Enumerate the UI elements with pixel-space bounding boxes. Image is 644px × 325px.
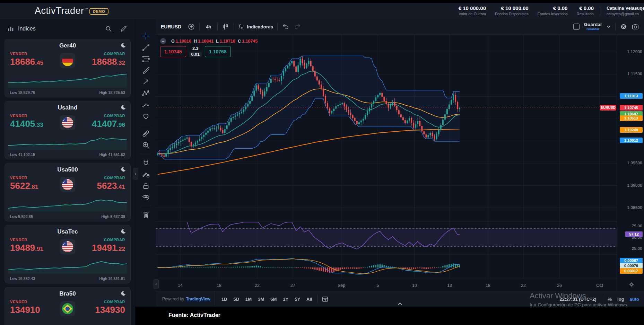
trash-icon[interactable] — [141, 210, 150, 219]
ruler-icon[interactable] — [141, 129, 150, 138]
sell-button[interactable]: 1.10745 — [160, 46, 186, 57]
sell-quote[interactable]: VENDER 41405.33 — [10, 114, 62, 129]
toolbar-divider — [199, 23, 200, 30]
buy-label: COMPRAR — [73, 238, 125, 242]
sparkline — [8, 318, 128, 325]
tradingview-link[interactable]: TradingView — [186, 297, 210, 301]
price-scale[interactable]: 1.120001.115001.095001.090001.0850075.00… — [617, 35, 644, 291]
xabcd-pattern-icon[interactable] — [141, 89, 150, 98]
undo-icon[interactable] — [282, 23, 289, 30]
fib-retracement-icon[interactable] — [141, 54, 150, 63]
price-chart-canvas[interactable]: 14182227Sep51013182226Oct — [156, 35, 617, 291]
buy-quote[interactable]: COMPRAR 134930 — [73, 300, 125, 315]
chart-type-candles-icon[interactable] — [222, 23, 229, 30]
chevron-down-icon[interactable] — [606, 24, 611, 29]
collapse-legend-icon[interactable]: – — [160, 38, 166, 44]
range-button-5y[interactable]: 5Y — [292, 295, 303, 303]
zoom-in-icon[interactable] — [141, 141, 150, 150]
instrument-name: UsaTec — [5, 228, 130, 235]
price-badge: 1.10012 — [620, 138, 643, 143]
buy-quote[interactable]: COMPRAR 18688.32 — [73, 52, 125, 67]
redo-icon[interactable] — [294, 23, 301, 30]
log-scale-button[interactable]: log — [617, 297, 624, 302]
compare-add-icon[interactable] — [188, 23, 195, 30]
brush-icon[interactable] — [141, 66, 150, 75]
source-value: ActivTrader — [190, 312, 220, 318]
range-button-1d[interactable]: 1D — [219, 295, 230, 303]
sell-value: 134910 — [10, 305, 62, 315]
day-low: Low 41,102.15 — [10, 152, 35, 157]
source-caption: Fuente:ActivTrader — [168, 312, 220, 318]
hide-drawings-eye-icon[interactable] — [141, 193, 150, 202]
sell-quote[interactable]: VENDER 134910 — [10, 300, 62, 315]
auto-scale-button[interactable]: auto — [630, 297, 639, 302]
buy-quote[interactable]: COMPRAR 19491.22 — [73, 238, 125, 253]
instrument-name: UsaInd — [5, 104, 130, 111]
price-badge: 1.10248 — [620, 127, 643, 133]
spread-lot: 2.3 0.01 — [189, 46, 202, 57]
range-button-5d[interactable]: 5D — [231, 295, 242, 303]
chart-region: 14182227Sep51013182226Oct 1.120001.11500… — [156, 35, 644, 325]
low-letter: L — [216, 39, 219, 44]
moon-session-icon — [121, 291, 126, 296]
drawing-lock-icon[interactable] — [141, 170, 150, 179]
usa-flag-icon — [62, 179, 73, 191]
buy-value: 134930 — [73, 305, 125, 315]
instrument-card-usatec[interactable]: UsaTec VENDER 19489.91 COMPRAR 19491.22 … — [5, 225, 131, 283]
settings-gear-icon[interactable] — [620, 23, 627, 30]
collapse-axis-handle[interactable]: ‹ — [154, 279, 159, 289]
go-to-date-icon[interactable] — [321, 295, 329, 303]
day-high: High 19,561.81 — [99, 276, 125, 281]
buy-quote[interactable]: COMPRAR 41407.96 — [73, 114, 125, 129]
x-axis-label: Sep — [338, 283, 345, 288]
lot-size[interactable]: 0.01 — [189, 52, 202, 57]
sparkline — [8, 256, 128, 274]
range-button-1m[interactable]: 1M — [243, 295, 254, 303]
range-button-6m[interactable]: 6M — [268, 295, 279, 303]
moon-session-icon — [121, 167, 126, 172]
magnet-icon[interactable] — [141, 158, 150, 167]
moon-session-icon — [121, 43, 126, 48]
instrument-card-usa500[interactable]: Usa500 VENDER 5622.81 COMPRAR 5623.41 Lo… — [5, 163, 131, 221]
crosshair-icon[interactable] — [141, 32, 150, 41]
open-letter: O — [171, 39, 175, 44]
collapse-watchlist-handle[interactable]: ‹ — [133, 168, 138, 179]
user-email: cataytes@gmail.co — [607, 12, 644, 16]
emoji-heart-icon[interactable] — [141, 112, 150, 121]
fx-icon: ƒx — [238, 23, 243, 30]
range-button-3m[interactable]: 3M — [255, 295, 267, 303]
user-menu[interactable]: Catalina Velasuqe cataytes@gmail.co — [607, 6, 644, 16]
source-label: Fuente: — [168, 312, 189, 318]
arrow-icon[interactable] — [141, 77, 150, 86]
watchlist-sidebar: Indices Ger40 VENDER 18686.45 COMPRAR 18… — [0, 19, 135, 325]
search-icon[interactable] — [105, 25, 112, 33]
layout-checkbox[interactable] — [573, 24, 580, 30]
instrument-card-usaind[interactable]: UsaInd VENDER 41405.33 COMPRAR 41407.96 … — [5, 101, 131, 159]
edit-pencil-icon[interactable] — [120, 25, 128, 33]
range-button-1y[interactable]: 1Y — [280, 295, 291, 303]
high-letter: H — [194, 39, 197, 44]
indicators-button[interactable]: Indicadores — [247, 24, 273, 29]
trend-line-icon[interactable] — [141, 43, 150, 52]
lock-icon[interactable] — [141, 181, 150, 190]
forecast-icon[interactable] — [141, 100, 150, 109]
timezone-sun-icon[interactable] — [628, 281, 635, 288]
interval-button[interactable]: 4h — [204, 24, 213, 29]
scale-label: 1.12000 — [627, 50, 642, 54]
sell-quote[interactable]: VENDER 19489.91 — [10, 238, 62, 253]
expand-toolbar-icon[interactable] — [397, 302, 403, 305]
clock-label[interactable]: 22:27:31 (UTC+2) — [560, 297, 597, 302]
buy-button[interactable]: 1.10768 — [205, 46, 231, 57]
sell-quote[interactable]: VENDER 18686.45 — [10, 52, 62, 67]
symbol-button[interactable]: EURUSD — [161, 24, 181, 29]
save-layout-button[interactable]: Guardar Guardar — [584, 22, 602, 31]
range-button-all[interactable]: All — [304, 295, 315, 303]
percent-scale-button[interactable]: % — [608, 297, 612, 302]
instrument-card-bra50[interactable]: Bra50 VENDER 134910 COMPRAR 134930 — [5, 287, 131, 325]
buy-quote[interactable]: COMPRAR 5623.41 — [73, 176, 125, 191]
snapshot-camera-icon[interactable] — [632, 23, 639, 30]
x-axis-label: 10 — [412, 283, 417, 288]
spread-value: 2.3 — [189, 46, 202, 51]
instrument-card-ger40[interactable]: Ger40 VENDER 18686.45 COMPRAR 18688.32 L… — [5, 39, 131, 97]
sell-quote[interactable]: VENDER 5622.81 — [10, 176, 62, 191]
